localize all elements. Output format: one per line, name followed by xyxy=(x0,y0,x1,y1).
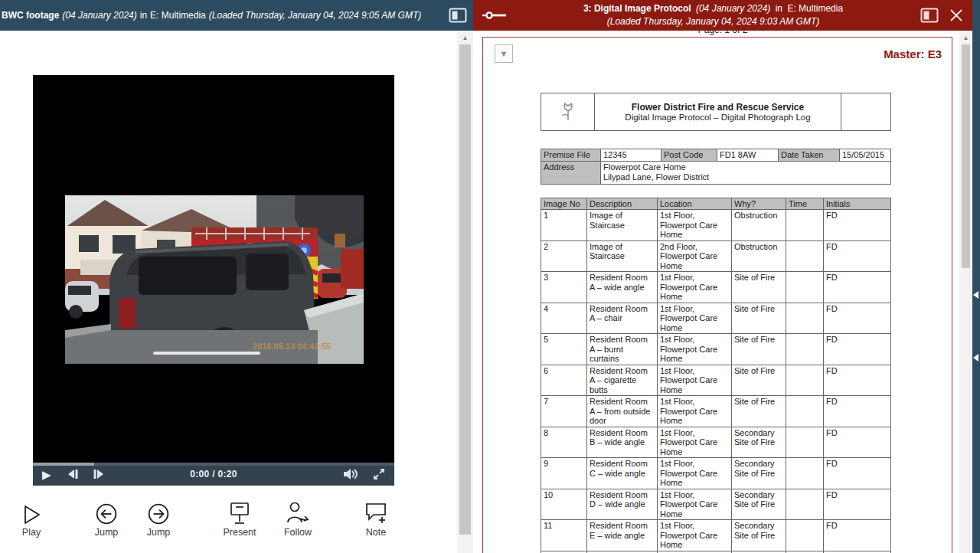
left-scrollbar-thumb[interactable] xyxy=(459,44,471,535)
scroll-up-icon[interactable]: ▲ xyxy=(959,31,972,43)
log-table-cell: Site of Fire xyxy=(732,303,786,334)
log-header-location: Location xyxy=(658,198,732,210)
log-header-time: Time xyxy=(786,198,824,210)
log-table-cell: 2 xyxy=(541,241,587,272)
log-table-cell: Resident Room D – wide angle xyxy=(587,489,658,520)
log-table-cell: 1st Floor, Flowerpot Care Home xyxy=(658,210,732,241)
log-table-cell: Obstruction xyxy=(732,241,786,272)
log-table-row: 9Resident Room C – wide angle1st Floor, … xyxy=(541,458,891,489)
toolbar-jump-back-label: Jump xyxy=(82,527,131,538)
split-panel-icon[interactable] xyxy=(919,6,940,25)
log-table-row: 11Resident Room E – wide angle1st Floor,… xyxy=(541,520,891,551)
volume-icon[interactable] xyxy=(341,466,359,482)
log-table-cell: 7 xyxy=(541,396,587,427)
left-panel-scrollbar[interactable]: ▲ xyxy=(457,31,473,553)
right-scrollbar-thumb[interactable] xyxy=(962,44,970,268)
log-table-cell: 1st Floor, Flowerpot Care Home xyxy=(658,396,732,427)
log-table-cell: Resident Room A – burnt curtains xyxy=(587,334,658,365)
log-table-cell: Resident Room A – chair xyxy=(587,303,658,334)
log-table-cell: Secondary Site of Fire xyxy=(732,489,786,520)
protocol-panel-header[interactable]: 3: Digital Image Protocol (04 January 20… xyxy=(473,0,972,31)
log-table-cell: 1st Floor, Flowerpot Care Home xyxy=(658,365,732,396)
log-table-cell xyxy=(786,334,824,365)
log-table-cell: 1st Floor, Flowerpot Care Home xyxy=(658,458,732,489)
log-table-cell: Resident Room C – wide angle xyxy=(587,458,658,489)
note-icon xyxy=(351,499,400,525)
link-key-icon[interactable] xyxy=(481,8,510,22)
video-frame-scene: 2016.05.13 04:42:55 xyxy=(65,195,364,364)
evidence-review-workspace: BWC footage (04 January 2024) in E: Mult… xyxy=(0,0,980,553)
log-table-cell: FD xyxy=(824,427,891,458)
org-title-cell: Flower District Fire and Rescue Service … xyxy=(595,93,841,131)
video-screen[interactable]: 2016.05.13 04:42:55 xyxy=(33,75,394,463)
photo-log-table: Image No Description Location Why? Time … xyxy=(541,198,891,553)
document-viewport: Page: 1 of 2 ▼ Master: E3 xyxy=(473,31,972,553)
log-table-row: 8Resident Room B – wide angle1st Floor, … xyxy=(541,427,891,458)
video-controls: ▶ 0:00 / 0:20 xyxy=(33,463,394,486)
log-header-row: Image No Description Location Why? Time … xyxy=(541,198,891,210)
log-table-cell: FD xyxy=(824,365,891,396)
jump-forward-icon xyxy=(134,499,183,525)
fullscreen-icon[interactable] xyxy=(371,466,387,482)
digital-image-protocol-panel: 3: Digital Image Protocol (04 January 20… xyxy=(473,0,972,553)
log-table-cell xyxy=(786,303,824,334)
protocol-panel-connector: in xyxy=(776,3,782,14)
toolbar-jump-back-button[interactable]: Jump xyxy=(82,499,131,538)
log-table-cell: Resident Room A – wide angle xyxy=(587,272,658,303)
step-forward-icon[interactable] xyxy=(91,467,106,481)
scroll-up-icon[interactable]: ▲ xyxy=(457,31,473,43)
log-table-cell: FD xyxy=(824,241,891,272)
org-empty-cell xyxy=(841,93,891,131)
log-header-why: Why? xyxy=(732,198,786,210)
split-panel-icon[interactable] xyxy=(447,6,469,25)
log-table-cell: 4 xyxy=(541,303,587,334)
log-table-row: 1Image of Staircase1st Floor, Flowerpot … xyxy=(541,210,891,241)
toolbar-present-button[interactable]: Present xyxy=(215,499,264,538)
toolbar-play-label: Play xyxy=(7,527,56,538)
log-table-cell: 1st Floor, Flowerpot Care Home xyxy=(658,520,732,551)
log-table-cell xyxy=(786,365,824,396)
toolbar-follow-label: Follow xyxy=(273,527,322,538)
protocol-panel-title-block: 3: Digital Image Protocol (04 January 20… xyxy=(510,2,919,29)
document-page: ▼ Master: E3 Flower District Fire xyxy=(482,37,952,553)
log-table-cell: Secondary Site of Fire xyxy=(732,458,786,489)
log-table-cell: 5 xyxy=(541,334,587,365)
log-table-cell xyxy=(786,427,824,458)
bwc-panel-loaded: (Loaded Thursday, January 04, 2024 9:05 … xyxy=(209,10,421,21)
protocol-panel-loaded: (Loaded Thursday, January 04, 2024 9:03 … xyxy=(607,16,819,27)
master-reference-label: Master: E3 xyxy=(884,47,942,61)
log-table-cell xyxy=(786,272,824,303)
play-outline-icon xyxy=(7,499,56,525)
marker-dropdown-icon[interactable]: ▼ xyxy=(495,44,513,63)
date-taken-value: 15/05/2015 xyxy=(840,149,891,162)
chevron-left-icon xyxy=(973,291,978,299)
log-table-cell xyxy=(786,458,824,489)
toolbar-jump-forward-label: Jump xyxy=(134,527,183,538)
play-icon[interactable]: ▶ xyxy=(41,467,53,482)
log-table-cell: 1st Floor, Flowerpot Care Home xyxy=(658,303,732,334)
bwc-panel-header[interactable]: BWC footage (04 January 2024) in E: Mult… xyxy=(0,0,473,31)
right-panel-scrollbar[interactable]: ▲ xyxy=(959,31,972,553)
org-header-table: Flower District Fire and Rescue Service … xyxy=(541,93,891,131)
video-player: 2016.05.13 04:42:55 ▶ 0:00 / 0:20 xyxy=(33,75,394,486)
toolbar-note-button[interactable]: Note xyxy=(351,499,400,538)
log-table-cell: FD xyxy=(824,396,891,427)
log-table-row: 4Resident Room A – chair1st Floor, Flowe… xyxy=(541,303,891,334)
time-display: 0:00 / 0:20 xyxy=(190,469,237,479)
log-table-cell: Obstruction xyxy=(732,210,786,241)
close-icon[interactable] xyxy=(948,7,965,24)
toolbar-follow-button[interactable]: Follow xyxy=(273,499,322,538)
log-table-cell: Site of Fire xyxy=(732,272,786,303)
protocol-panel-title: 3: Digital Image Protocol xyxy=(583,3,691,14)
toolbar-play-button[interactable]: Play xyxy=(7,499,56,538)
collapsed-panel-expand-strip[interactable] xyxy=(972,0,980,553)
log-table-cell: Resident Room B – wide angle xyxy=(587,427,658,458)
log-table-row: 6Resident Room A – cigarette butts1st Fl… xyxy=(541,365,891,396)
step-back-icon[interactable] xyxy=(65,467,80,481)
log-table-cell: Image of Staircase xyxy=(587,241,658,272)
toolbar-jump-forward-button[interactable]: Jump xyxy=(134,499,183,538)
protocol-panel-date: (04 January 2024) xyxy=(696,3,770,14)
org-logo-cell xyxy=(541,93,595,131)
log-table-cell: Image of Staircase xyxy=(587,210,658,241)
seek-bar[interactable] xyxy=(33,463,394,466)
